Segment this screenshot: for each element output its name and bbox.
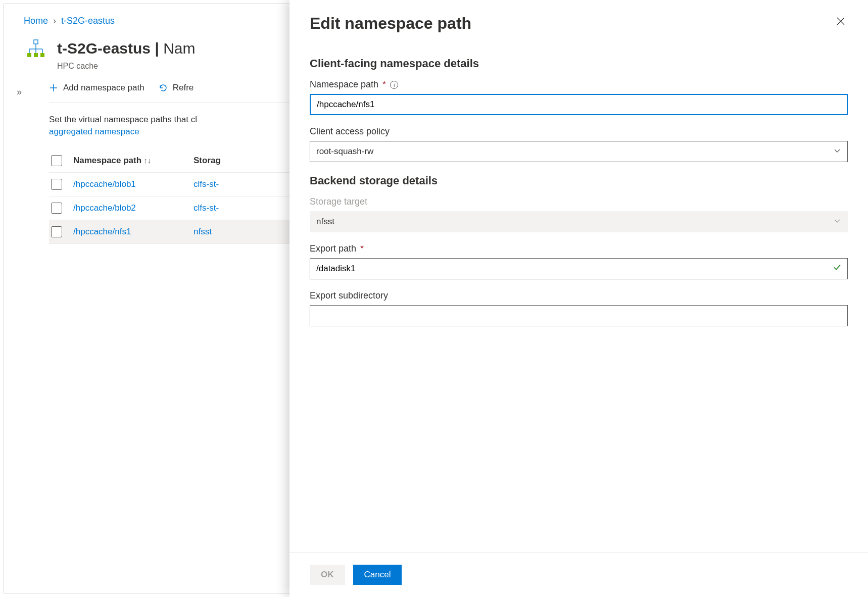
add-namespace-button[interactable]: Add namespace path [49,83,144,93]
export-subdir-input[interactable] [310,305,848,326]
page-title: t-S2G-eastus | Nam [57,40,195,57]
close-icon [836,16,846,26]
svg-rect-6 [27,53,31,57]
chevron-down-icon [833,146,841,157]
storage-target-link[interactable]: clfs-st- [194,179,219,189]
expand-menu-button[interactable]: » [17,87,22,97]
svg-rect-7 [34,53,38,57]
namespace-path-link[interactable]: /hpccache/blob1 [73,179,136,189]
edit-namespace-panel: Edit namespace path Client-facing namesp… [290,0,868,597]
storage-target-link[interactable]: nfsst [194,227,212,236]
info-icon[interactable]: i [390,81,398,89]
chevron-down-icon [833,217,841,227]
storage-target-value: nfsst [316,217,334,227]
svg-rect-8 [40,53,44,57]
row-checkbox[interactable] [51,226,62,237]
ok-button[interactable]: OK [310,565,345,585]
export-path-label: Export path * [310,243,848,254]
panel-title: Edit namespace path [310,14,471,33]
resource-icon [24,36,48,61]
close-button[interactable] [834,14,848,31]
namespace-path-link[interactable]: /hpccache/nfs1 [73,227,131,236]
export-subdir-label: Export subdirectory [310,290,848,301]
header-storage[interactable]: Storag [194,156,244,166]
section-client-details: Client-facing namespace details [310,57,848,70]
storage-target-link[interactable]: clfs-st- [194,203,219,213]
breadcrumb-item[interactable]: t-S2G-eastus [61,16,115,26]
select-all-checkbox[interactable] [51,155,62,166]
checkmark-icon [833,263,842,275]
namespace-path-label: Namespace path * i [310,79,848,90]
client-access-policy-label: Client access policy [310,126,848,137]
section-backend-details: Backend storage details [310,174,848,187]
export-path-input[interactable] [310,258,848,279]
row-checkbox[interactable] [51,203,62,214]
client-access-policy-select[interactable]: root-squash-rw [310,141,848,162]
refresh-icon [159,83,168,92]
namespace-path-input[interactable] [310,94,848,115]
header-namespace-path[interactable]: Namespace path↑↓ [73,156,184,166]
row-checkbox[interactable] [51,179,62,190]
add-namespace-label: Add namespace path [63,83,144,93]
namespace-path-link[interactable]: /hpccache/blob2 [73,203,136,213]
refresh-button[interactable]: Refre [159,83,194,93]
breadcrumb-home[interactable]: Home [24,16,48,26]
cancel-button[interactable]: Cancel [353,565,402,585]
storage-target-label: Storage target [310,196,848,207]
panel-footer: OK Cancel [290,552,868,597]
sort-icon: ↑↓ [143,156,151,165]
storage-target-select: nfsst [310,211,848,232]
plus-icon [49,83,58,92]
svg-rect-0 [34,40,38,44]
client-access-policy-value: root-squash-rw [316,146,373,157]
refresh-label: Refre [173,83,194,93]
chevron-right-icon: › [53,16,56,26]
aggregated-namespace-link[interactable]: aggregated namespace [49,127,139,136]
